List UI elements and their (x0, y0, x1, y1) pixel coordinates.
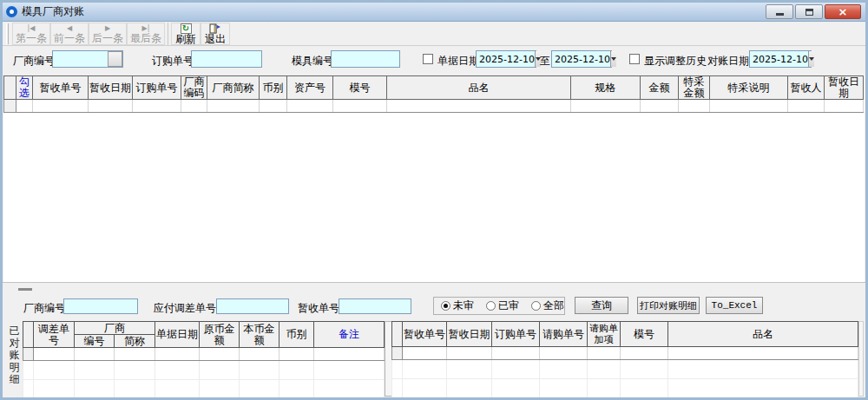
next-record-button[interactable]: ▶ 后一条 (89, 23, 127, 45)
col-check: 勾选 (16, 76, 33, 100)
last-record-button[interactable]: ▶| 最后条 (127, 23, 165, 45)
col-asset-no: 资产号 (287, 76, 333, 100)
table-row (23, 348, 385, 361)
col-vendor-group: 厂商 (75, 322, 155, 335)
mold-no-label: 模具编号 (292, 54, 333, 69)
col-vendor-code: 厂商编码 (181, 76, 207, 100)
title-bar[interactable]: 模具厂商对账 × (3, 3, 865, 22)
empty-row (392, 360, 858, 379)
range-to-label: 至 (540, 54, 550, 69)
refresh-label: 刷新 (175, 34, 196, 44)
col-receipt-no: 暂收单号 (403, 322, 447, 347)
query-button[interactable]: 查询 (575, 297, 628, 314)
payable-adjust-no-label: 应付调差单号 (154, 301, 216, 316)
col-adjust-no: 调差单号 (34, 322, 75, 348)
previous-record-button[interactable]: ◀ 前一条 (50, 23, 89, 45)
mold-no-input[interactable] (331, 50, 400, 68)
radio-icon (531, 301, 541, 311)
date-from-combo[interactable]: 2025-12-10 (476, 50, 536, 68)
col-mold-no: 模号 (333, 76, 387, 100)
recon-date-dropdown-button[interactable] (808, 51, 814, 67)
col-amount: 金额 (641, 76, 679, 100)
radio-audited-label: 已审 (498, 298, 519, 313)
exit-button[interactable]: 退出 (201, 23, 230, 45)
order-no-label: 订购单号 (152, 54, 194, 69)
toolbar: |◀ 第一条 ◀ 前一条 ▶ 后一条 ▶| 最后条 ↻ 刷新 (3, 22, 865, 46)
splitter-grip-icon (18, 288, 32, 291)
audit-status-group: 未审 已审 全部 (433, 297, 565, 315)
show-adjust-history-checkbox[interactable] (629, 54, 640, 64)
print-reconciliation-button[interactable]: 打印对账明细 (637, 297, 700, 314)
col-spec: 规格 (571, 76, 641, 100)
col-order-no: 订购单号 (133, 76, 181, 100)
col-local-amount: 本币金额 (240, 322, 279, 348)
reconciled-section: 厂商编号 应付调差单号 暂收单号 未审 已审 全部 查询 打印对账明细 To_E… (3, 295, 865, 397)
table-row (4, 100, 864, 113)
first-record-label: 第一条 (16, 33, 47, 43)
radio-icon (441, 301, 450, 311)
window-controls: × (766, 4, 861, 19)
col-concession-note: 特采说明 (710, 76, 788, 100)
doc-date-label: 单据日期 (437, 54, 479, 69)
maximize-button[interactable] (795, 4, 823, 19)
left-header-row1: 调差单号 厂商 单据日期 原币金额 本币金额 币别 备注 (23, 322, 385, 335)
exit-door-icon (209, 23, 221, 34)
toolbar-grip[interactable] (6, 23, 9, 44)
payable-adjust-no-input[interactable] (216, 298, 289, 314)
refresh-button[interactable]: ↻ 刷新 (171, 23, 201, 45)
col-requisition-add-item: 请购单加项 (588, 322, 621, 347)
bottom-receipt-no-input[interactable] (339, 298, 411, 314)
col-remark: 备注 (314, 322, 385, 348)
radio-all[interactable]: 全部 (531, 298, 564, 313)
maximize-icon (806, 9, 813, 16)
order-no-input[interactable] (191, 50, 262, 68)
date-to-combo[interactable]: 2025-12-10 (551, 50, 612, 68)
radio-audited[interactable]: 已审 (486, 298, 519, 313)
col-requisition-no: 请购单号 (540, 322, 588, 347)
col-receipt-no: 暂收单号 (33, 76, 89, 100)
export-excel-button[interactable]: To_Excel (706, 297, 763, 314)
close-button[interactable]: × (825, 4, 861, 19)
doc-date-checkbox[interactable] (423, 54, 433, 64)
bottom-vendor-no-input[interactable] (63, 298, 138, 314)
show-adjust-history-label: 显示调整历史 (644, 54, 707, 69)
col-currency: 币别 (260, 76, 287, 100)
right-grid-scrollbar[interactable] (858, 321, 864, 397)
col-receiver: 暂收人 (788, 76, 825, 100)
close-icon: × (838, 6, 848, 17)
row-indicator-header (23, 322, 34, 348)
row-indicator-header (4, 76, 16, 100)
previous-record-label: 前一条 (54, 33, 85, 43)
bottom-receipt-no-label: 暂收单号 (298, 301, 339, 316)
reconciled-detail-label: 已对账明细 (8, 325, 21, 385)
first-record-button[interactable]: |◀ 第一条 (12, 23, 50, 45)
reconciled-detail-grid: 调差单号 厂商 单据日期 原币金额 本币金额 币别 备注 编号 简称 (23, 321, 385, 399)
receipt-detail-grid: 暂收单号 暂收日期 订购单号 请购单号 请购单加项 模号 品名 (391, 321, 858, 398)
receipt-table: 勾选 暂收单号 暂收日期 订购单号 厂商编码 厂商简称 币别 资产号 模号 品名… (3, 75, 864, 113)
minimize-button[interactable] (766, 4, 793, 19)
horizontal-splitter[interactable] (3, 282, 865, 295)
radio-unaudited[interactable]: 未审 (441, 298, 474, 313)
receipt-detail-table: 暂收单号 暂收日期 订购单号 请购单号 请购单加项 模号 品名 (391, 321, 858, 398)
row-indicator-header (392, 322, 403, 347)
col-orig-amount: 原币金额 (200, 322, 240, 348)
empty-row (23, 361, 385, 380)
app-window: 模具厂商对账 × |◀ 第一条 ◀ 前一条 ▶ 后一条 ▶| 最后条 ↻ 刷新 (0, 0, 868, 400)
vendor-no-lookup (52, 50, 123, 68)
col-receipt-date: 暂收日期 (89, 76, 133, 100)
next-record-label: 后一条 (92, 33, 123, 43)
row-indicator (4, 100, 16, 113)
minimize-icon (776, 13, 784, 16)
toolbar-separator (168, 23, 168, 45)
app-icon (6, 6, 17, 17)
col-vendor-no: 编号 (75, 335, 115, 348)
col-mold-no: 模号 (621, 322, 668, 347)
right-header-row: 暂收单号 暂收日期 订购单号 请购单号 请购单加项 模号 品名 (392, 322, 858, 347)
col-product-name: 品名 (387, 76, 571, 100)
chevron-down-icon (611, 57, 616, 61)
radio-icon (486, 301, 496, 311)
vendor-lookup-button[interactable] (108, 51, 122, 67)
recon-date-combo[interactable]: 2025-12-10 (749, 50, 812, 68)
bottom-vendor-no-label: 厂商编号 (23, 301, 65, 316)
date-to-dropdown-button[interactable] (610, 51, 616, 67)
